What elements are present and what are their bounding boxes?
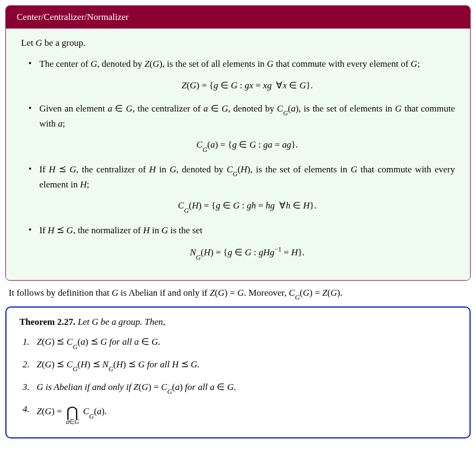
def-text: The center of G, denoted by Z(G), is the…: [39, 59, 420, 69]
theorem-label: Theorem 2.27.: [19, 317, 75, 327]
def-text: If H ⪯ G, the normalizer of H in G is th…: [39, 225, 203, 235]
definition-body: Let G be a group. The center of G, denot…: [6, 29, 470, 280]
thm-item-4: 4. Z(G) = ⋂ a∈G CG(a).: [37, 402, 457, 422]
theorem-list: 1. Z(G) ⪯ CG(a) ⪯ G for all a ∈ G. 2. Z(…: [19, 335, 457, 422]
def-math-centralizer-sub: CG(H) = {g ∈ G : gh = hg ∀h ∈ H}.: [39, 199, 455, 214]
def-item-center: The center of G, denoted by Z(G), is the…: [39, 57, 455, 92]
def-item-centralizer-sub: If H ⪯ G, the centralizer of H in G, den…: [39, 163, 455, 214]
definition-list: The center of G, denoted by Z(G), is the…: [21, 57, 455, 261]
definition-intro: Let G be a group.: [21, 36, 455, 50]
thm-item-3: 3. G is Abelian if and only if Z(G) = CG…: [37, 380, 457, 395]
def-math-center: Z(G) = {g ∈ G : gx = xg ∀x ∈ G}.: [39, 79, 455, 93]
def-text: Given an element a ∈ G, the centralizer …: [39, 103, 455, 129]
middle-paragraph: It follows by definition that G is Abeli…: [9, 286, 467, 301]
theorem-head-line: Theorem 2.27. Let G be a group. Then,: [19, 315, 457, 329]
theorem-box: Theorem 2.27. Let G be a group. Then, 1.…: [5, 306, 471, 439]
definition-title: Center/Centralizer/Normalizer: [6, 6, 470, 29]
definition-box: Center/Centralizer/Normalizer Let G be a…: [5, 5, 471, 281]
thm-item-1: 1. Z(G) ⪯ CG(a) ⪯ G for all a ∈ G.: [37, 335, 457, 350]
intersection-symbol: ⋂ a∈G: [66, 405, 79, 425]
thm-item-2: 2. Z(G) ⪯ CG(H) ⪯ NG(H) ⪯ G for all H ⪯ …: [37, 358, 457, 373]
def-text: If H ⪯ G, the centralizer of H in G, den…: [39, 164, 455, 190]
def-math-normalizer: NG(H) = {g ∈ G : gHg−1 = H}.: [39, 245, 455, 260]
def-item-centralizer-elem: Given an element a ∈ G, the centralizer …: [39, 102, 455, 153]
def-math-centralizer-elem: CG(a) = {g ∈ G : ga = ag}.: [39, 138, 455, 153]
def-item-normalizer: If H ⪯ G, the normalizer of H in G is th…: [39, 224, 455, 261]
theorem-intro: Let G be a group. Then,: [78, 317, 165, 327]
